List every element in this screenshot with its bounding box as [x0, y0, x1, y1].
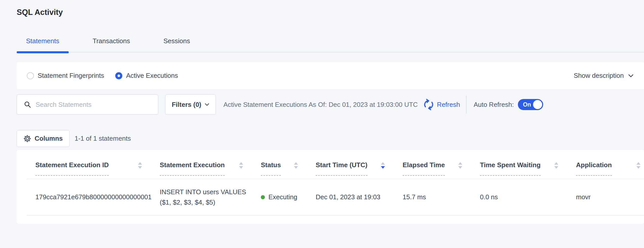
status-label: Executing [268, 193, 297, 201]
filter-bar: Filters (0) Active Statement Executions … [17, 94, 644, 115]
toggle-knob[interactable] [533, 100, 542, 109]
sort-icon[interactable] [138, 162, 142, 169]
sort-icon[interactable] [554, 162, 558, 169]
page-title: SQL Activity [17, 8, 63, 17]
gear-icon [24, 135, 31, 142]
sql-activity-page: SQL Activity Statements Transactions Ses… [0, 0, 644, 248]
sort-icon[interactable] [239, 162, 243, 169]
cell-application: movr [576, 179, 644, 215]
sort-icon[interactable] [636, 162, 640, 169]
columns-button[interactable]: Columns [17, 130, 70, 147]
chevron-down-icon [628, 73, 634, 79]
auto-refresh-label: Auto Refresh: [474, 101, 514, 109]
results-count: 1-1 of 1 statements [75, 135, 131, 142]
tab-sessions[interactable]: Sessions [154, 37, 199, 52]
column-header-status[interactable]: Status [261, 150, 316, 179]
statements-table: Statement Execution ID Statement Executi… [27, 150, 644, 215]
cell-status: Executing [261, 179, 316, 215]
tab-statements[interactable]: Statements [17, 37, 69, 52]
toggle-state-label: On [523, 101, 531, 108]
cell-start-time: Dec 01, 2023 at 19:03 [316, 179, 403, 215]
tab-bar: Statements Transactions Sessions [17, 37, 644, 53]
column-header-start-time[interactable]: Start Time (UTC) [316, 150, 403, 179]
cell-time-spent-waiting: 0.0 ns [480, 179, 576, 215]
tab-transactions[interactable]: Transactions [83, 37, 140, 52]
radio-active-executions[interactable]: Active Executions [115, 72, 178, 80]
view-mode-card: Statement Fingerprints Active Executions… [17, 62, 644, 89]
radio-label: Active Executions [126, 72, 178, 80]
table-header-row: Statement Execution ID Statement Executi… [27, 150, 644, 179]
search-input[interactable] [36, 101, 154, 109]
radio-unselected-icon[interactable] [27, 72, 34, 79]
sort-icon[interactable] [294, 162, 298, 169]
search-box[interactable] [17, 94, 158, 115]
search-icon [24, 101, 31, 108]
status-executing-icon [261, 195, 265, 199]
cell-statement-execution[interactable]: INSERT INTO users VALUES ($1, $2, $3, $4… [160, 179, 261, 215]
filters-label: Filters (0) [172, 101, 201, 109]
column-header-statement-execution-id[interactable]: Statement Execution ID [27, 150, 160, 179]
column-header-application[interactable]: Application [576, 150, 644, 179]
sort-icon-desc-active[interactable] [381, 162, 385, 169]
column-header-elapsed-time[interactable]: Elapsed Time [403, 150, 480, 179]
as-of-timestamp: Active Statement Executions As Of: Dec 0… [223, 101, 418, 109]
show-description-label: Show description [574, 72, 624, 80]
show-description-button[interactable]: Show description [574, 72, 634, 80]
table-row[interactable]: 179cca7921e679b80000000000000001 INSERT … [27, 179, 644, 215]
refresh-icon [423, 99, 434, 110]
refresh-button[interactable]: Refresh [423, 99, 460, 110]
column-header-statement-execution[interactable]: Statement Execution [160, 150, 261, 179]
auto-refresh-toggle[interactable]: On [518, 99, 543, 110]
radio-selected-icon[interactable] [115, 72, 122, 79]
columns-label: Columns [35, 135, 63, 142]
radio-label: Statement Fingerprints [38, 72, 104, 80]
cell-elapsed-time: 15.7 ms [403, 179, 480, 215]
cell-statement-execution-id[interactable]: 179cca7921e679b80000000000000001 [27, 179, 160, 215]
filters-button[interactable]: Filters (0) [165, 94, 216, 115]
column-header-time-spent-waiting[interactable]: Time Spent Waiting [480, 150, 576, 179]
table-controls: Columns 1-1 of 1 statements [17, 130, 131, 147]
divider [466, 96, 467, 113]
refresh-label: Refresh [437, 101, 460, 109]
radio-statement-fingerprints[interactable]: Statement Fingerprints [27, 72, 104, 80]
statements-table-card: Statement Execution ID Statement Executi… [17, 150, 644, 224]
chevron-down-icon [204, 102, 210, 107]
sort-icon[interactable] [458, 162, 462, 169]
